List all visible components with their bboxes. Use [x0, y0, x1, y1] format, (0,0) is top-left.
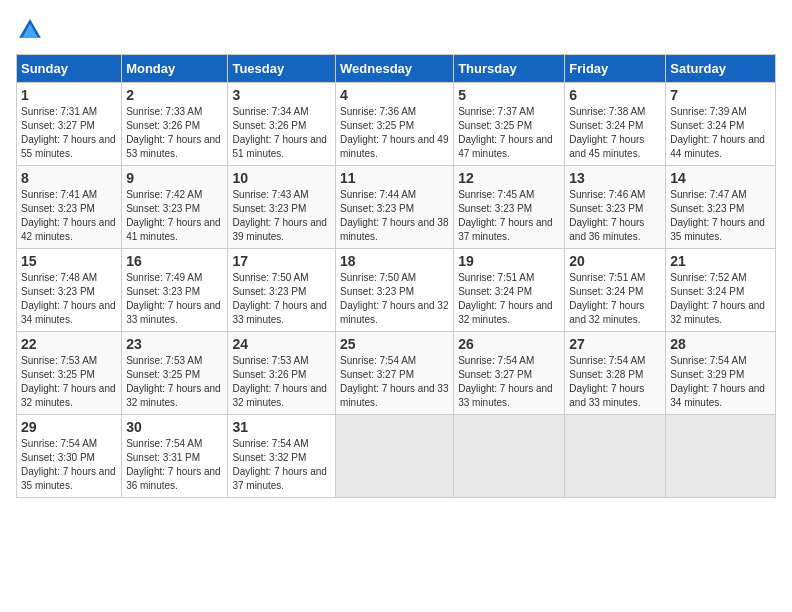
calendar-cell: 24 Sunrise: 7:53 AM Sunset: 3:26 PM Dayl… [228, 332, 336, 415]
day-detail: Sunrise: 7:47 AM Sunset: 3:23 PM Dayligh… [670, 188, 771, 244]
calendar-cell: 2 Sunrise: 7:33 AM Sunset: 3:26 PM Dayli… [122, 83, 228, 166]
day-number: 14 [670, 170, 771, 186]
day-detail: Sunrise: 7:54 AM Sunset: 3:30 PM Dayligh… [21, 437, 117, 493]
day-detail: Sunrise: 7:53 AM Sunset: 3:25 PM Dayligh… [21, 354, 117, 410]
calendar-cell: 14 Sunrise: 7:47 AM Sunset: 3:23 PM Dayl… [666, 166, 776, 249]
calendar-week-3: 15 Sunrise: 7:48 AM Sunset: 3:23 PM Dayl… [17, 249, 776, 332]
calendar-cell: 21 Sunrise: 7:52 AM Sunset: 3:24 PM Dayl… [666, 249, 776, 332]
calendar-table: SundayMondayTuesdayWednesdayThursdayFrid… [16, 54, 776, 498]
calendar-cell: 10 Sunrise: 7:43 AM Sunset: 3:23 PM Dayl… [228, 166, 336, 249]
calendar-cell: 15 Sunrise: 7:48 AM Sunset: 3:23 PM Dayl… [17, 249, 122, 332]
day-number: 24 [232, 336, 331, 352]
calendar-cell [336, 415, 454, 498]
calendar-cell: 28 Sunrise: 7:54 AM Sunset: 3:29 PM Dayl… [666, 332, 776, 415]
calendar-cell: 16 Sunrise: 7:49 AM Sunset: 3:23 PM Dayl… [122, 249, 228, 332]
logo [16, 16, 48, 44]
calendar-cell: 6 Sunrise: 7:38 AM Sunset: 3:24 PM Dayli… [565, 83, 666, 166]
logo-icon [16, 16, 44, 44]
day-number: 31 [232, 419, 331, 435]
day-detail: Sunrise: 7:50 AM Sunset: 3:23 PM Dayligh… [232, 271, 331, 327]
calendar-cell: 25 Sunrise: 7:54 AM Sunset: 3:27 PM Dayl… [336, 332, 454, 415]
calendar-cell: 31 Sunrise: 7:54 AM Sunset: 3:32 PM Dayl… [228, 415, 336, 498]
day-header-sunday: Sunday [17, 55, 122, 83]
day-detail: Sunrise: 7:44 AM Sunset: 3:23 PM Dayligh… [340, 188, 449, 244]
day-number: 17 [232, 253, 331, 269]
day-detail: Sunrise: 7:53 AM Sunset: 3:25 PM Dayligh… [126, 354, 223, 410]
day-detail: Sunrise: 7:43 AM Sunset: 3:23 PM Dayligh… [232, 188, 331, 244]
day-detail: Sunrise: 7:54 AM Sunset: 3:32 PM Dayligh… [232, 437, 331, 493]
calendar-cell: 3 Sunrise: 7:34 AM Sunset: 3:26 PM Dayli… [228, 83, 336, 166]
calendar-cell: 19 Sunrise: 7:51 AM Sunset: 3:24 PM Dayl… [454, 249, 565, 332]
day-number: 21 [670, 253, 771, 269]
calendar-cell: 29 Sunrise: 7:54 AM Sunset: 3:30 PM Dayl… [17, 415, 122, 498]
day-number: 13 [569, 170, 661, 186]
calendar-header: SundayMondayTuesdayWednesdayThursdayFrid… [17, 55, 776, 83]
calendar-cell: 18 Sunrise: 7:50 AM Sunset: 3:23 PM Dayl… [336, 249, 454, 332]
calendar-cell: 23 Sunrise: 7:53 AM Sunset: 3:25 PM Dayl… [122, 332, 228, 415]
day-detail: Sunrise: 7:49 AM Sunset: 3:23 PM Dayligh… [126, 271, 223, 327]
day-header-thursday: Thursday [454, 55, 565, 83]
day-detail: Sunrise: 7:50 AM Sunset: 3:23 PM Dayligh… [340, 271, 449, 327]
day-header-row: SundayMondayTuesdayWednesdayThursdayFrid… [17, 55, 776, 83]
calendar-cell: 27 Sunrise: 7:54 AM Sunset: 3:28 PM Dayl… [565, 332, 666, 415]
calendar-cell: 9 Sunrise: 7:42 AM Sunset: 3:23 PM Dayli… [122, 166, 228, 249]
day-detail: Sunrise: 7:54 AM Sunset: 3:29 PM Dayligh… [670, 354, 771, 410]
day-number: 1 [21, 87, 117, 103]
day-number: 30 [126, 419, 223, 435]
calendar-week-4: 22 Sunrise: 7:53 AM Sunset: 3:25 PM Dayl… [17, 332, 776, 415]
calendar-cell: 13 Sunrise: 7:46 AM Sunset: 3:23 PM Dayl… [565, 166, 666, 249]
calendar-cell: 7 Sunrise: 7:39 AM Sunset: 3:24 PM Dayli… [666, 83, 776, 166]
day-detail: Sunrise: 7:34 AM Sunset: 3:26 PM Dayligh… [232, 105, 331, 161]
day-detail: Sunrise: 7:46 AM Sunset: 3:23 PM Dayligh… [569, 188, 661, 244]
day-detail: Sunrise: 7:51 AM Sunset: 3:24 PM Dayligh… [458, 271, 560, 327]
day-number: 16 [126, 253, 223, 269]
day-number: 10 [232, 170, 331, 186]
day-detail: Sunrise: 7:54 AM Sunset: 3:27 PM Dayligh… [458, 354, 560, 410]
page-header [16, 16, 776, 44]
calendar-cell: 5 Sunrise: 7:37 AM Sunset: 3:25 PM Dayli… [454, 83, 565, 166]
calendar-cell [666, 415, 776, 498]
day-number: 12 [458, 170, 560, 186]
day-number: 25 [340, 336, 449, 352]
day-detail: Sunrise: 7:45 AM Sunset: 3:23 PM Dayligh… [458, 188, 560, 244]
day-number: 20 [569, 253, 661, 269]
calendar-cell: 22 Sunrise: 7:53 AM Sunset: 3:25 PM Dayl… [17, 332, 122, 415]
day-detail: Sunrise: 7:48 AM Sunset: 3:23 PM Dayligh… [21, 271, 117, 327]
calendar-cell: 30 Sunrise: 7:54 AM Sunset: 3:31 PM Dayl… [122, 415, 228, 498]
day-detail: Sunrise: 7:33 AM Sunset: 3:26 PM Dayligh… [126, 105, 223, 161]
day-number: 4 [340, 87, 449, 103]
day-number: 19 [458, 253, 560, 269]
day-header-saturday: Saturday [666, 55, 776, 83]
day-header-friday: Friday [565, 55, 666, 83]
calendar-week-1: 1 Sunrise: 7:31 AM Sunset: 3:27 PM Dayli… [17, 83, 776, 166]
day-detail: Sunrise: 7:54 AM Sunset: 3:27 PM Dayligh… [340, 354, 449, 410]
calendar-body: 1 Sunrise: 7:31 AM Sunset: 3:27 PM Dayli… [17, 83, 776, 498]
day-header-wednesday: Wednesday [336, 55, 454, 83]
day-detail: Sunrise: 7:53 AM Sunset: 3:26 PM Dayligh… [232, 354, 331, 410]
day-detail: Sunrise: 7:42 AM Sunset: 3:23 PM Dayligh… [126, 188, 223, 244]
calendar-cell: 17 Sunrise: 7:50 AM Sunset: 3:23 PM Dayl… [228, 249, 336, 332]
calendar-cell: 20 Sunrise: 7:51 AM Sunset: 3:24 PM Dayl… [565, 249, 666, 332]
calendar-cell: 26 Sunrise: 7:54 AM Sunset: 3:27 PM Dayl… [454, 332, 565, 415]
day-number: 9 [126, 170, 223, 186]
day-number: 5 [458, 87, 560, 103]
day-number: 6 [569, 87, 661, 103]
calendar-cell [454, 415, 565, 498]
day-number: 7 [670, 87, 771, 103]
day-number: 26 [458, 336, 560, 352]
day-number: 3 [232, 87, 331, 103]
day-number: 29 [21, 419, 117, 435]
day-number: 22 [21, 336, 117, 352]
day-number: 15 [21, 253, 117, 269]
calendar-week-2: 8 Sunrise: 7:41 AM Sunset: 3:23 PM Dayli… [17, 166, 776, 249]
calendar-week-5: 29 Sunrise: 7:54 AM Sunset: 3:30 PM Dayl… [17, 415, 776, 498]
calendar-cell: 1 Sunrise: 7:31 AM Sunset: 3:27 PM Dayli… [17, 83, 122, 166]
day-detail: Sunrise: 7:39 AM Sunset: 3:24 PM Dayligh… [670, 105, 771, 161]
calendar-cell: 11 Sunrise: 7:44 AM Sunset: 3:23 PM Dayl… [336, 166, 454, 249]
day-detail: Sunrise: 7:41 AM Sunset: 3:23 PM Dayligh… [21, 188, 117, 244]
day-detail: Sunrise: 7:54 AM Sunset: 3:31 PM Dayligh… [126, 437, 223, 493]
calendar-cell: 4 Sunrise: 7:36 AM Sunset: 3:25 PM Dayli… [336, 83, 454, 166]
day-detail: Sunrise: 7:37 AM Sunset: 3:25 PM Dayligh… [458, 105, 560, 161]
calendar-cell: 8 Sunrise: 7:41 AM Sunset: 3:23 PM Dayli… [17, 166, 122, 249]
day-number: 27 [569, 336, 661, 352]
